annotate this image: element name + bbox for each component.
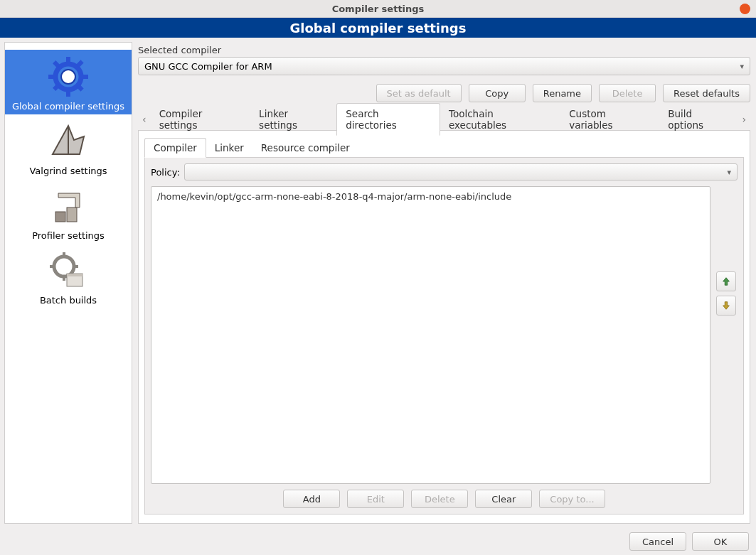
ok-button[interactable]: OK bbox=[692, 532, 749, 551]
sidebar-item-label: Profiler settings bbox=[28, 229, 109, 242]
policy-dropdown[interactable]: ▾ bbox=[184, 163, 738, 180]
sidebar-item-valgrind-settings[interactable]: Valgrind settings bbox=[5, 114, 132, 179]
delete-dir-button[interactable]: Delete bbox=[411, 490, 468, 508]
tab-search-directories[interactable]: Search directories bbox=[336, 103, 440, 136]
dialog-footer: Cancel OK bbox=[0, 528, 756, 555]
tab-linker-settings[interactable]: Linker settings bbox=[250, 104, 336, 135]
chevron-down-icon: ▾ bbox=[727, 168, 731, 177]
selected-compiler-value: GNU GCC Compiler for ARM bbox=[144, 61, 272, 72]
cancel-button[interactable]: Cancel bbox=[629, 532, 686, 551]
rename-button[interactable]: Rename bbox=[533, 84, 592, 102]
policy-label: Policy: bbox=[151, 167, 180, 178]
svg-rect-2 bbox=[66, 90, 70, 97]
svg-rect-3 bbox=[48, 75, 55, 79]
add-button[interactable]: Add bbox=[283, 490, 340, 508]
list-item[interactable]: /home/kevin/opt/gcc-arm-none-eabi-8-2018… bbox=[154, 190, 707, 203]
svg-rect-4 bbox=[81, 75, 88, 79]
tab-scroll-right[interactable]: › bbox=[738, 114, 750, 125]
svg-rect-15 bbox=[63, 276, 65, 281]
set-as-default-button[interactable]: Set as default bbox=[376, 84, 462, 102]
svg-rect-11 bbox=[55, 212, 65, 222]
svg-rect-14 bbox=[63, 252, 65, 257]
sub-tabs: Compiler Linker Resource compiler bbox=[144, 136, 744, 158]
sidebar-item-label: Batch builds bbox=[36, 293, 101, 307]
move-down-button[interactable] bbox=[716, 296, 736, 316]
copy-button[interactable]: Copy bbox=[469, 84, 526, 102]
selected-compiler-label: Selected compiler bbox=[138, 45, 750, 57]
copy-to-button[interactable]: Copy to... bbox=[539, 490, 605, 508]
content-area: Selected compiler GNU GCC Compiler for A… bbox=[135, 38, 756, 528]
svg-point-9 bbox=[61, 70, 75, 84]
gear-icon bbox=[46, 54, 91, 99]
svg-rect-12 bbox=[67, 208, 77, 222]
subtab-compiler[interactable]: Compiler bbox=[144, 138, 206, 158]
delete-compiler-button[interactable]: Delete bbox=[599, 84, 656, 102]
close-icon[interactable] bbox=[740, 4, 750, 14]
window-title: Compiler settings bbox=[332, 4, 425, 14]
tab-build-options[interactable]: Build options bbox=[659, 104, 738, 135]
svg-rect-17 bbox=[73, 265, 78, 268]
selected-compiler-dropdown[interactable]: GNU GCC Compiler for ARM ▾ bbox=[138, 57, 750, 75]
chevron-down-icon: ▾ bbox=[740, 62, 744, 71]
tab-compiler-settings[interactable]: Compiler settings bbox=[151, 104, 250, 135]
sidebar-item-batch-builds[interactable]: Batch builds bbox=[5, 244, 132, 308]
edit-button[interactable]: Edit bbox=[347, 490, 404, 508]
sidebar: Global compiler settings Valgrind settin… bbox=[4, 42, 132, 524]
subtab-resource-compiler[interactable]: Resource compiler bbox=[252, 139, 358, 157]
sidebar-item-label: Valgrind settings bbox=[25, 164, 111, 178]
banner-title: Global compiler settings bbox=[0, 18, 756, 38]
svg-rect-19 bbox=[67, 274, 82, 276]
directories-listbox[interactable]: /home/kevin/opt/gcc-arm-none-eabi-8-2018… bbox=[151, 186, 710, 484]
batch-builds-icon bbox=[46, 248, 91, 293]
tab-toolchain-executables[interactable]: Toolchain executables bbox=[440, 104, 560, 135]
subtab-linker[interactable]: Linker bbox=[206, 139, 252, 157]
sidebar-item-profiler-settings[interactable]: Profiler settings bbox=[5, 179, 132, 244]
arrow-down-icon bbox=[721, 301, 731, 311]
reset-defaults-button[interactable]: Reset defaults bbox=[663, 84, 750, 102]
clear-button[interactable]: Clear bbox=[475, 490, 532, 508]
sidebar-item-label: Global compiler settings bbox=[8, 99, 129, 113]
sidebar-item-global-compiler-settings[interactable]: Global compiler settings bbox=[5, 50, 132, 114]
titlebar: Compiler settings bbox=[0, 0, 756, 18]
arrow-up-icon bbox=[721, 276, 731, 286]
move-up-button[interactable] bbox=[716, 271, 736, 291]
valgrind-icon bbox=[46, 119, 91, 164]
tab-scroll-left[interactable]: ‹ bbox=[138, 114, 151, 125]
main-tabs: ‹ Compiler settings Linker settings Sear… bbox=[138, 108, 750, 131]
svg-rect-1 bbox=[66, 57, 70, 64]
tab-custom-variables[interactable]: Custom variables bbox=[560, 104, 659, 135]
profiler-icon bbox=[46, 183, 91, 229]
svg-rect-16 bbox=[50, 265, 55, 268]
